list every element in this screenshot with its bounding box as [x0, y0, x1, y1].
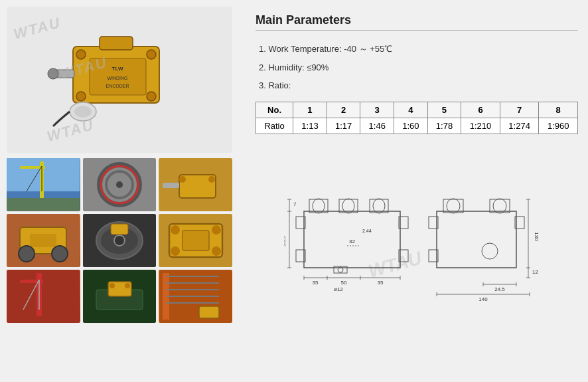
row-label-ratio: Ratio: [256, 118, 293, 134]
grid-img-6: [159, 214, 232, 267]
grid-cell-9: [159, 270, 232, 323]
left-panel: WTAU WTAU WTAU TLW WINDING ENCODER: [0, 0, 246, 382]
svg-text:33.5: 33.5: [284, 236, 287, 246]
svg-point-44: [212, 225, 221, 235]
svg-rect-40: [111, 224, 128, 235]
svg-rect-1: [100, 37, 133, 50]
right-panel: Main Parameters 1. Work Temperature: -40…: [246, 0, 588, 382]
image-grid: [7, 158, 232, 323]
svg-point-109: [482, 243, 498, 259]
svg-text:24.5: 24.5: [494, 286, 505, 292]
ratio-val-1: 1:13: [293, 118, 327, 134]
ratio-table: No. 1 2 3 4 5 6 7 8 Ratio 1:13 1:17 1:46: [256, 102, 578, 134]
svg-point-45: [171, 246, 180, 256]
ratio-val-8: 1:960: [539, 118, 578, 134]
svg-point-28: [179, 176, 186, 183]
svg-point-39: [114, 235, 125, 246]
params-list: 1. Work Temperature: -40 ～ +55℃ 2. Humid…: [259, 43, 578, 92]
svg-point-2: [76, 50, 86, 59]
grid-img-1: [7, 158, 80, 211]
section-title: Main Parameters: [256, 13, 578, 31]
ratio-val-7: 1:274: [500, 118, 539, 134]
svg-text:TLW: TLW: [112, 66, 123, 72]
col-header-4: 4: [394, 102, 428, 118]
svg-rect-65: [199, 306, 219, 318]
svg-point-11: [48, 68, 58, 79]
grid-img-9: [159, 270, 232, 323]
col-header-6: 6: [461, 102, 500, 118]
svg-point-5: [147, 92, 156, 101]
table-header-row: No. 1 2 3 4 5 6 7 8: [256, 102, 578, 118]
svg-rect-72: [370, 199, 388, 213]
svg-text:ø12: ø12: [334, 286, 343, 292]
svg-point-43: [171, 225, 180, 235]
svg-point-3: [147, 50, 156, 59]
grid-img-7: [7, 270, 80, 323]
col-header-8: 8: [539, 102, 578, 118]
ratio-val-4: 1:60: [394, 118, 428, 134]
ratio-val-2: 1:17: [327, 118, 360, 134]
svg-text:140: 140: [478, 296, 488, 302]
svg-text:32: 32: [349, 239, 355, 244]
param-2: 2. Humidity: ≤90%: [259, 61, 578, 74]
grid-cell-8: [83, 270, 157, 323]
svg-text:ENCODER: ENCODER: [106, 84, 129, 88]
svg-point-46: [212, 246, 221, 256]
technical-drawing-area: WTAU: [256, 141, 578, 376]
grid-cell-3: [159, 158, 232, 211]
svg-point-29: [208, 176, 215, 183]
grid-img-8: [83, 270, 157, 323]
grid-cell-6: [159, 214, 232, 267]
svg-text:130: 130: [534, 233, 540, 242]
grid-img-3: [159, 158, 232, 211]
param-1: 1. Work Temperature: -40 ～ +55℃: [259, 43, 578, 56]
svg-text:WTAU: WTAU: [366, 248, 425, 282]
svg-point-34: [19, 246, 35, 262]
grid-cell-4: [7, 214, 80, 267]
col-header-2: 2: [327, 102, 360, 118]
col-header-1: 1: [293, 102, 327, 118]
svg-point-35: [52, 246, 68, 262]
svg-text:50: 50: [341, 280, 347, 286]
ratio-val-5: 1:78: [427, 118, 461, 134]
grid-cell-5: [83, 214, 157, 267]
svg-rect-30: [163, 183, 179, 188]
svg-point-56: [110, 283, 115, 288]
grid-img-2: [83, 158, 157, 211]
svg-point-57: [125, 283, 130, 288]
svg-rect-33: [30, 234, 56, 247]
svg-text:2.44: 2.44: [362, 229, 372, 233]
svg-text:12: 12: [532, 269, 538, 275]
svg-text:WINDING: WINDING: [107, 76, 127, 80]
col-header-7: 7: [500, 102, 539, 118]
svg-rect-68: [309, 199, 328, 213]
svg-point-24: [116, 181, 123, 188]
svg-text:35: 35: [313, 280, 319, 286]
col-header-no: No.: [256, 102, 293, 118]
col-header-5: 5: [427, 102, 461, 118]
grid-cell-7: [7, 270, 80, 323]
svg-rect-101: [437, 211, 516, 268]
grid-cell-2: [83, 158, 157, 211]
grid-cell-1: [7, 158, 80, 211]
ratio-val-3: 1:46: [360, 118, 394, 134]
col-header-3: 3: [360, 102, 394, 118]
technical-drawing-svg: WTAU: [284, 191, 550, 324]
svg-text:35: 35: [378, 280, 384, 286]
main-container: WTAU WTAU WTAU TLW WINDING ENCODER: [0, 0, 588, 382]
product-svg: TLW WINDING ENCODER: [40, 20, 199, 140]
svg-point-4: [76, 92, 86, 101]
ratio-val-6: 1:210: [461, 118, 500, 134]
svg-rect-20: [7, 198, 80, 211]
svg-text:7: 7: [293, 201, 297, 207]
table-row-ratio: Ratio 1:13 1:17 1:46 1:60 1:78 1:210 1:2…: [256, 118, 578, 134]
product-image-area: WTAU WTAU WTAU TLW WINDING ENCODER: [7, 7, 232, 153]
svg-rect-48: [7, 270, 80, 323]
grid-img-5: [83, 214, 157, 267]
svg-rect-70: [339, 199, 358, 213]
param-3: 3. Ratio:: [259, 79, 578, 92]
svg-rect-47: [183, 231, 209, 250]
svg-point-13: [74, 106, 92, 118]
grid-img-4: [7, 214, 80, 267]
